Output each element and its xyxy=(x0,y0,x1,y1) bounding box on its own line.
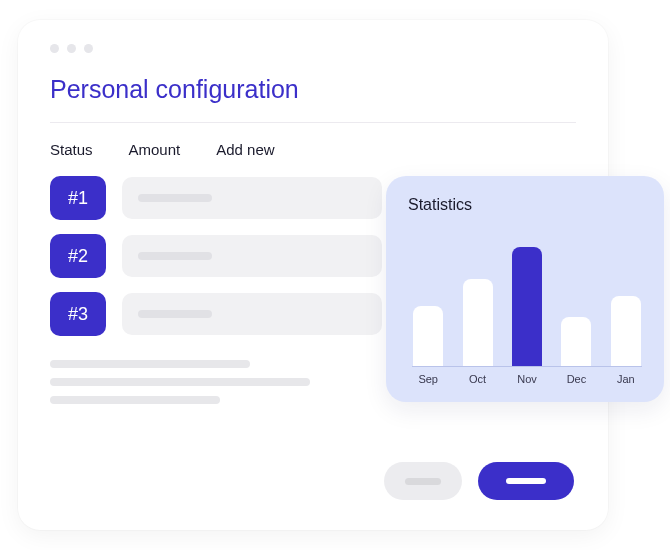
action-bar xyxy=(384,462,574,500)
chart-label: Jan xyxy=(610,373,642,385)
statistics-chart xyxy=(408,228,646,366)
statistics-title: Statistics xyxy=(408,196,646,214)
window-dot-icon xyxy=(67,44,76,53)
chart-label: Nov xyxy=(511,373,543,385)
chart-bar xyxy=(511,247,543,366)
status-badge[interactable]: #3 xyxy=(50,292,106,336)
chart-bar-fill xyxy=(413,306,443,366)
secondary-button[interactable] xyxy=(384,462,462,500)
status-badge[interactable]: #2 xyxy=(50,234,106,278)
statistics-card: Statistics SepOctNovDecJan xyxy=(386,176,664,402)
window-dot-icon xyxy=(84,44,93,53)
primary-button[interactable] xyxy=(478,462,574,500)
placeholder-line xyxy=(50,378,310,386)
amount-field[interactable] xyxy=(122,235,382,277)
chart-bar-fill xyxy=(512,247,542,366)
status-badge[interactable]: #1 xyxy=(50,176,106,220)
chart-label: Sep xyxy=(412,373,444,385)
window-dot-icon xyxy=(50,44,59,53)
placeholder-line xyxy=(50,360,250,368)
window-controls xyxy=(50,44,576,53)
column-header-addnew: Add new xyxy=(216,141,274,158)
chart-bar-fill xyxy=(611,296,641,366)
column-header-status: Status xyxy=(50,141,93,158)
placeholder-line xyxy=(50,396,220,404)
chart-bar-fill xyxy=(561,317,591,366)
column-headers: Status Amount Add new xyxy=(50,141,576,158)
page-title: Personal configuration xyxy=(50,75,576,104)
chart-label: Oct xyxy=(461,373,493,385)
chart-bar xyxy=(560,317,592,366)
divider xyxy=(50,122,576,123)
chart-bar-fill xyxy=(463,279,493,366)
chart-label: Dec xyxy=(560,373,592,385)
amount-field[interactable] xyxy=(122,177,382,219)
column-header-amount: Amount xyxy=(129,141,181,158)
chart-bar xyxy=(412,306,444,366)
chart-labels: SepOctNovDecJan xyxy=(408,367,646,385)
amount-field[interactable] xyxy=(122,293,382,335)
chart-bar xyxy=(461,279,493,366)
chart-bar xyxy=(610,296,642,366)
